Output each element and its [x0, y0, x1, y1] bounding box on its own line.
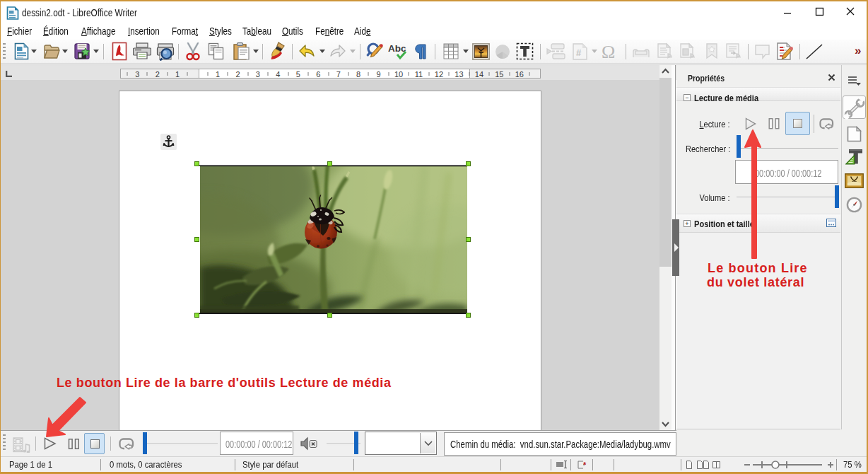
svg-text:*: *: [583, 461, 587, 469]
svg-text:#: #: [576, 47, 582, 58]
svg-text:Ω: Ω: [602, 42, 615, 61]
svg-text:Abc: Abc: [388, 43, 406, 54]
